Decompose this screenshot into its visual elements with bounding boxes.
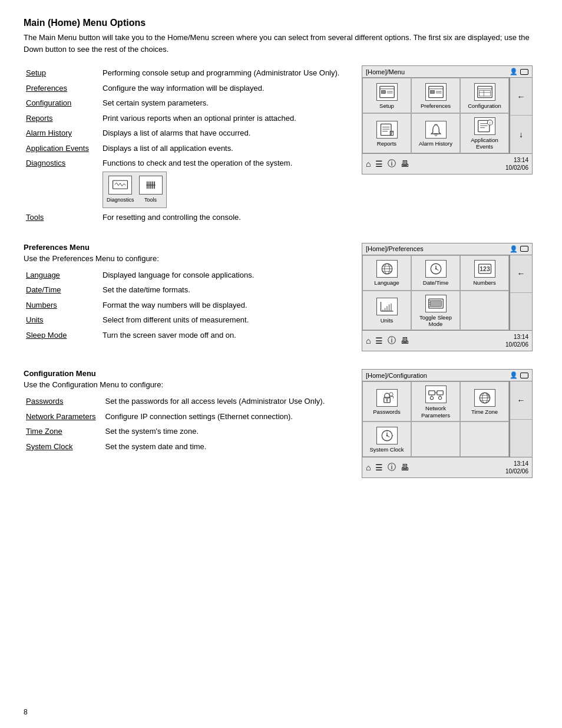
screen-cell-alarm-history[interactable]: Alarm History <box>411 113 460 153</box>
clock-cell-icon <box>376 427 398 444</box>
app-events-link[interactable]: Application Events <box>26 144 89 153</box>
screen-cell-passwords[interactable]: Passwords <box>362 381 411 421</box>
datetime-cell-label: Date/Time <box>423 279 448 286</box>
screen-cell-sleep[interactable]: Toggle Sleep Mode <box>411 291 460 331</box>
datetime-link[interactable]: Date/Time <box>26 285 61 294</box>
preferences-screen: [Home]/Preferences 👤 <box>362 243 533 352</box>
screen-cell-preferences[interactable]: Preferences <box>411 78 460 113</box>
screen-cell-setup[interactable]: Setup <box>362 78 411 113</box>
preferences-screen-icons: 👤 <box>510 245 528 253</box>
sleep-cell-icon <box>425 295 447 312</box>
pref-menu-icon[interactable]: ☰ <box>375 336 383 345</box>
preferences-grid: Language Date/Time <box>362 255 510 331</box>
conf-info-icon[interactable]: ⓘ <box>388 462 396 473</box>
screen-cell-configuration[interactable]: Configuration <box>460 78 509 113</box>
svg-line-2 <box>117 183 118 186</box>
inline-tools-label: Tools <box>144 196 157 205</box>
preferences-table: Language Displayed language for console … <box>24 268 350 343</box>
pref-empty-btn <box>510 293 532 330</box>
configuration-cell-label: Configuration <box>468 103 501 109</box>
conf-print-icon[interactable]: 🖶 <box>401 463 409 472</box>
home-icon[interactable]: ⌂ <box>366 159 371 169</box>
screen-cell-clock[interactable]: System Clock <box>362 421 411 457</box>
configuration-grid: Passwords <box>362 381 510 457</box>
svg-point-86 <box>386 435 388 437</box>
units-link[interactable]: Units <box>26 315 44 324</box>
conf-back-btn[interactable]: ← <box>510 381 532 419</box>
list-item: Tools For resetting and controlling the … <box>24 210 350 225</box>
list-item: Reports Print various reports when an op… <box>24 111 350 126</box>
svg-line-1 <box>115 183 117 185</box>
person-icon-pref: 👤 <box>510 245 518 253</box>
preferences-cell-icon <box>425 83 447 101</box>
reports-link[interactable]: Reports <box>26 114 53 123</box>
reports-cell-label: Reports <box>377 140 396 147</box>
sidebar-back-btn[interactable]: ← <box>510 78 532 116</box>
conf-menu-icon[interactable]: ☰ <box>375 463 383 472</box>
lock-icon-pref <box>520 246 528 252</box>
numbers-link[interactable]: Numbers <box>26 301 57 309</box>
screen-title-label: [Home]/Menu <box>366 68 405 75</box>
language-link[interactable]: Language <box>26 271 60 279</box>
configuration-screen-container: [Home]/Configuration 👤 <box>362 369 538 478</box>
units-cell-label: Units <box>381 317 394 324</box>
timezone-cell-icon <box>474 389 495 407</box>
conf-home-icon[interactable]: ⌂ <box>366 463 371 472</box>
screen-cell-datetime[interactable]: Date/Time <box>411 255 460 291</box>
preferences-link[interactable]: Preferences <box>26 84 67 93</box>
list-item: Network Parameters Configure IP connecti… <box>24 409 350 424</box>
setup-link[interactable]: Setup <box>26 68 46 77</box>
configuration-screen-title: [Home]/Configuration <box>366 372 427 379</box>
pref-home-icon[interactable]: ⌂ <box>366 336 371 345</box>
configuration-screen-footer: ⌂ ☰ ⓘ 🖶 13:1410/02/06 <box>362 457 532 477</box>
list-item: System Clock Set the system date and tim… <box>24 439 350 454</box>
home-menu-screen-container: [Home]/Menu 👤 <box>362 65 538 225</box>
configuration-table: Passwords Set the passwords for all acce… <box>24 394 350 454</box>
home-menu-screen: [Home]/Menu 👤 <box>362 65 533 174</box>
screen-cell-units[interactable]: Units <box>362 291 411 331</box>
screen-cell-numbers[interactable]: 123 Numbers <box>460 255 509 291</box>
svg-point-75 <box>438 397 441 400</box>
configuration-link[interactable]: Configuration <box>26 98 71 107</box>
screen-cell-app-events[interactable]: ! Application Events <box>460 113 509 153</box>
tools-link[interactable]: Tools <box>26 213 44 222</box>
screen-cell-timezone[interactable]: Time Zone <box>460 381 509 421</box>
alarm-history-cell-icon <box>425 121 447 139</box>
list-item: Sleep Mode Turn the screen saver mode of… <box>24 328 350 343</box>
passwords-link[interactable]: Passwords <box>26 397 64 406</box>
diagnostics-link[interactable]: Diagnostics <box>26 159 65 167</box>
timezone-link[interactable]: Time Zone <box>26 427 62 436</box>
list-item: Passwords Set the passwords for all acce… <box>24 394 350 409</box>
list-item: Application Events Displays a list of al… <box>24 141 350 156</box>
screen-cell-language[interactable]: Language <box>362 255 411 291</box>
pref-print-icon[interactable]: 🖶 <box>401 336 409 345</box>
system-clock-link[interactable]: System Clock <box>26 442 72 451</box>
numbers-cell-icon: 123 <box>474 260 495 278</box>
menu-icon[interactable]: ☰ <box>375 159 383 169</box>
screen-sidebar-main: ← ↓ <box>510 78 532 153</box>
footer-icons-pref: ⌂ ☰ ⓘ 🖶 <box>362 333 502 348</box>
configuration-left: Configuration Menu Use the Configuration… <box>24 369 350 478</box>
network-cell-label: Network Parameters <box>414 405 457 419</box>
list-item: Setup Performing console setup and progr… <box>24 65 350 81</box>
svg-point-74 <box>430 397 433 400</box>
alarm-history-link[interactable]: Alarm History <box>26 129 72 137</box>
configuration-sidebar: ← <box>510 381 532 457</box>
screen-cell-reports[interactable]: Reports <box>362 113 411 153</box>
sleep-mode-link[interactable]: Sleep Mode <box>26 331 67 340</box>
pref-info-icon[interactable]: ⓘ <box>388 335 396 346</box>
print-icon[interactable]: 🖶 <box>401 159 409 169</box>
reports-desc: Print various reports when an optional p… <box>100 111 350 126</box>
sidebar-down-btn[interactable]: ↓ <box>510 116 532 153</box>
preferences-intro: Use the Preferences Menu to configure: <box>24 254 350 263</box>
screen-cell-network[interactable]: Network Parameters <box>411 381 460 421</box>
pref-back-btn[interactable]: ← <box>510 255 532 293</box>
timezone-desc: Set the system's time zone. <box>103 424 350 439</box>
list-item: Alarm History Displays a list of alarms … <box>24 126 350 141</box>
configuration-screen-body: Passwords <box>362 381 532 457</box>
inline-diagnostics-label: Diagnostics <box>107 196 134 205</box>
network-link[interactable]: Network Parameters <box>26 412 95 421</box>
info-icon[interactable]: ⓘ <box>388 159 396 169</box>
screen-footer-main: ⌂ ☰ ⓘ 🖶 13:1410/02/06 <box>362 153 532 174</box>
timezone-cell-label: Time Zone <box>471 409 498 415</box>
